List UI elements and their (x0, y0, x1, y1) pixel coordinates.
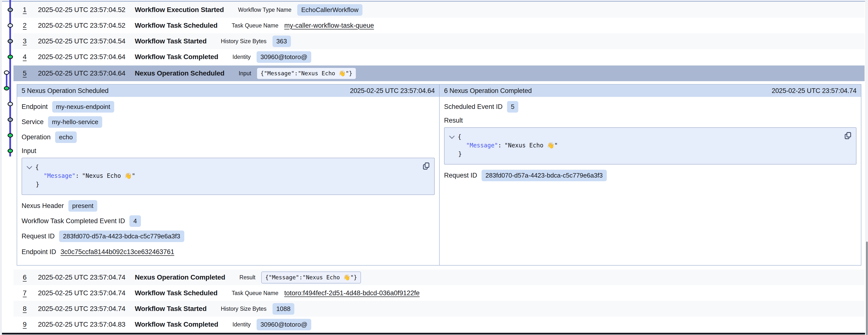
event-dot-completed (8, 55, 13, 59)
json-value: "Nexus Echo 👋" (82, 172, 135, 179)
event-id-link[interactable]: 1 (23, 6, 38, 14)
event-name: Workflow Task Started (135, 305, 207, 313)
event-dot-started (8, 8, 13, 12)
attribute-label: Task Queue Name (231, 22, 278, 29)
scheduled-event-id-badge: 5 (507, 101, 518, 113)
attribute-label: Identity (232, 321, 251, 328)
event-name: Workflow Execution Started (135, 6, 224, 14)
attribute-badge: 30960@totoro@ (256, 51, 311, 63)
container-left-border (1, 0, 1, 335)
json-value: "Nexus Echo 👋" (504, 142, 558, 149)
event-timestamp: 2025-02-25 UTC 23:57:04.52 (38, 6, 135, 14)
attribute-label: History Size Bytes (221, 38, 267, 45)
json-key: "Message" (43, 172, 75, 179)
event-name: Workflow Task Completed (135, 53, 218, 61)
panel-title: 5 Nexus Operation Scheduled (22, 87, 108, 95)
event-name: Nexus Operation Scheduled (135, 69, 224, 77)
attribute-label: History Size Bytes (221, 306, 267, 312)
operation-badge: echo (55, 132, 77, 143)
event-row[interactable]: 2 2025-02-25 UTC 23:57:04.52 Workflow Ta… (13, 18, 865, 33)
event-dot-scheduled (8, 23, 13, 28)
field-label: Request ID (444, 172, 477, 179)
task-queue-link[interactable]: my-caller-workflow-task-queue (284, 22, 374, 29)
event-id-link[interactable]: 4 (23, 53, 38, 61)
panel-timestamp: 2025-02-25 UTC 23:57:04.64 (350, 87, 435, 95)
event-id-link[interactable]: 6 (23, 274, 38, 281)
top-divider (2, 1, 865, 2)
field-label: Service (22, 118, 43, 126)
event-id-link[interactable]: 5 (23, 69, 38, 77)
event-row[interactable]: 8 2025-02-25 UTC 23:57:04.74 Workflow Ta… (13, 301, 865, 316)
json-close-brace: } (36, 180, 429, 189)
event-row[interactable]: 7 2025-02-25 UTC 23:57:04.74 Workflow Ta… (13, 285, 865, 301)
event-dot-scheduled (8, 102, 13, 106)
scrollbar[interactable] (866, 0, 868, 335)
attribute-label: Result (240, 274, 255, 281)
collapse-chevron-icon[interactable] (449, 133, 455, 139)
next-group-top-border (2, 333, 865, 335)
attribute-json-badge: {"Message":"Nexus Echo 👋"} (261, 272, 361, 283)
json-close-brace: } (458, 150, 851, 159)
event-name: Nexus Operation Completed (135, 274, 225, 281)
json-open-brace: { (458, 133, 461, 141)
panel-body: Endpoint my-nexus-endpoint Service my-he… (17, 97, 439, 265)
attribute-label: Identity (232, 54, 251, 60)
event-id-link[interactable]: 7 (23, 289, 38, 297)
event-row[interactable]: 3 2025-02-25 UTC 23:57:04.54 Workflow Ta… (13, 33, 865, 49)
event-dot-started (8, 39, 13, 44)
result-label: Result (444, 116, 857, 125)
event-id-link[interactable]: 3 (23, 37, 38, 45)
event-timestamp: 2025-02-25 UTC 23:57:04.74 (38, 305, 135, 313)
endpoint-id-link[interactable]: 3c0c75ccfa8144b092c13ce632463761 (61, 248, 174, 256)
attribute-badge: 1088 (273, 303, 294, 315)
event-timestamp: 2025-02-25 UTC 23:57:04.52 (38, 22, 135, 29)
json-colon: : (498, 142, 501, 149)
attribute-label: Task Queue Name (231, 290, 278, 297)
event-row[interactable]: 9 2025-02-25 UTC 23:57:04.83 Workflow Ta… (13, 316, 865, 332)
event-timestamp: 2025-02-25 UTC 23:57:04.74 (38, 289, 135, 297)
json-key: "Message" (466, 142, 498, 149)
event-dot-started (8, 117, 13, 122)
attribute-badge: EchoCallerWorkflow (297, 4, 363, 16)
panel-timestamp: 2025-02-25 UTC 23:57:04.74 (772, 87, 857, 95)
event-name: Workflow Task Scheduled (135, 22, 217, 29)
field-label: Nexus Header (22, 202, 64, 210)
copy-icon[interactable] (422, 162, 430, 170)
field-label: Scheduled Event ID (444, 103, 503, 111)
attribute-badge: 30960@totoro@ (256, 319, 311, 330)
event-id-link[interactable]: 2 (23, 22, 38, 29)
json-colon: : (75, 172, 79, 179)
field-label: Workflow Task Completed Event ID (22, 217, 125, 225)
event-row[interactable]: 4 2025-02-25 UTC 23:57:04.64 Workflow Ta… (13, 49, 865, 65)
task-queue-link[interactable]: totoro:f494fecf-2d51-4d48-bdcd-036a0f912… (284, 289, 420, 297)
event-name: Workflow Task Scheduled (135, 289, 217, 297)
copy-icon[interactable] (844, 131, 852, 140)
request-id-badge: 283fd070-d57a-4423-bdca-c5c779e6a3f3 (482, 170, 607, 181)
input-label: Input (22, 146, 435, 155)
collapse-chevron-icon[interactable] (27, 164, 32, 169)
request-id-badge: 283fd070-d57a-4423-bdca-c5c779e6a3f3 (59, 230, 184, 242)
scrollbar-thumb[interactable] (866, 242, 868, 335)
field-label: Endpoint (22, 103, 48, 111)
json-open-brace: { (35, 163, 39, 172)
event-dot-pending (4, 71, 9, 75)
panel-title: 6 Nexus Operation Completed (444, 87, 532, 95)
field-label: Operation (22, 133, 51, 141)
event-id-link[interactable]: 9 (23, 320, 38, 328)
event-timestamp: 2025-02-25 UTC 23:57:04.54 (38, 37, 135, 45)
event-dot-completed (8, 133, 13, 138)
event-id-link[interactable]: 8 (23, 305, 38, 313)
attribute-json-badge: {"Message":"Nexus Echo 👋"} (257, 68, 356, 79)
event-name: Workflow Task Started (135, 37, 207, 45)
event-timestamp: 2025-02-25 UTC 23:57:04.74 (38, 274, 135, 281)
field-label: Request ID (22, 232, 55, 240)
event-dot-completed (4, 86, 9, 90)
event-detail-panels: 5 Nexus Operation Scheduled 2025-02-25 U… (17, 84, 861, 266)
panel-header: 5 Nexus Operation Scheduled 2025-02-25 U… (17, 85, 439, 97)
event-timestamp: 2025-02-25 UTC 23:57:04.83 (38, 320, 135, 328)
event-row-selected[interactable]: 5 2025-02-25 UTC 23:57:04.64 Nexus Opera… (13, 65, 865, 81)
event-row[interactable]: 6 2025-02-25 UTC 23:57:04.74 Nexus Opera… (13, 270, 865, 285)
panel-nexus-operation-completed: 6 Nexus Operation Completed 2025-02-25 U… (440, 85, 861, 265)
event-row[interactable]: 1 2025-02-25 UTC 23:57:04.52 Workflow Ex… (13, 2, 865, 18)
wtc-event-id-badge: 4 (129, 215, 141, 227)
